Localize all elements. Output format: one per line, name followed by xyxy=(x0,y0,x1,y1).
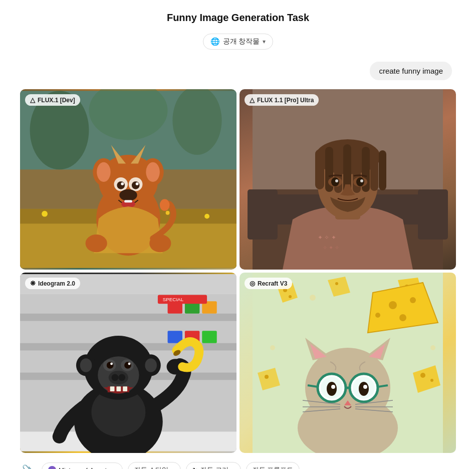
flux-dev-label: FLUX.1 [Dev] xyxy=(38,97,75,104)
image-badge-flux-pro: △ FLUX 1.1 [Pro] Ultra xyxy=(245,94,319,106)
svg-rect-36 xyxy=(248,189,278,240)
ideogram-icon: ❋ xyxy=(30,280,36,287)
agent-label: Mixture-of-Agents xyxy=(59,466,110,470)
svg-point-80 xyxy=(110,363,113,365)
recraft-image xyxy=(240,273,456,453)
svg-point-111 xyxy=(410,297,416,303)
image-cell-flux-pro[interactable]: △ FLUX 1.1 [Pro] Ultra ✦ ✧ ✦ ✧ ✦ ✧ xyxy=(240,89,456,270)
svg-rect-86 xyxy=(110,386,115,391)
svg-point-56 xyxy=(335,179,338,182)
svg-point-104 xyxy=(430,379,433,382)
svg-rect-51 xyxy=(379,150,386,190)
svg-point-55 xyxy=(356,177,364,186)
user-message-bubble: create funny image xyxy=(370,62,452,80)
agent-selector-button[interactable]: Mixture-of-Agents ▾ xyxy=(42,462,123,469)
agent-chevron-icon: ▾ xyxy=(113,466,116,470)
size-selector-button[interactable]: ↻ 자동 크기 ▾ xyxy=(186,462,241,469)
svg-rect-61 xyxy=(20,314,236,321)
image-cell-flux-dev[interactable]: △ FLUX.1 [Dev] xyxy=(20,89,236,270)
chat-area: create funny image xyxy=(20,62,456,80)
svg-point-131 xyxy=(331,385,335,389)
svg-point-103 xyxy=(420,373,425,378)
chevron-down-icon: ▾ xyxy=(263,38,266,45)
svg-point-116 xyxy=(270,345,275,350)
svg-rect-28 xyxy=(124,200,132,202)
svg-rect-69 xyxy=(202,331,216,343)
svg-point-14 xyxy=(97,162,110,182)
svg-text:SPECIAL: SPECIAL xyxy=(163,297,184,302)
public-badge-label: 공개 창작물 xyxy=(223,37,260,46)
svg-point-115 xyxy=(310,295,316,301)
agent-avatar-icon xyxy=(48,466,56,469)
svg-point-8 xyxy=(204,214,209,219)
recraft-icon: ◎ xyxy=(250,280,255,287)
svg-point-29 xyxy=(86,234,107,252)
public-badge-button[interactable]: 🌐 공개 창작물 ▾ xyxy=(203,34,274,50)
svg-point-23 xyxy=(136,182,139,185)
svg-point-106 xyxy=(265,375,269,379)
image-badge-ideogram: ❋ Ideogram 2.0 xyxy=(25,278,80,289)
svg-point-24 xyxy=(119,189,137,201)
flux-pro-label: FLUX 1.1 [Pro] Ultra xyxy=(257,97,314,104)
svg-point-108 xyxy=(335,282,338,285)
svg-text:✧ ✦ ✧: ✧ ✦ ✧ xyxy=(323,245,339,251)
paperclip-icon: 📎 xyxy=(22,464,35,469)
ideogram-image: SPECIAL xyxy=(20,273,236,453)
flux-dev-icon: △ xyxy=(30,96,35,104)
svg-rect-50 xyxy=(370,148,378,191)
page-title: Funny Image Generation Task xyxy=(167,12,309,24)
style-selector-button[interactable]: 자동 스타일 ▾ xyxy=(128,462,181,469)
prompt-selector-button[interactable]: 자동 프롬프트 xyxy=(246,462,300,469)
svg-rect-37 xyxy=(418,189,448,240)
globe-icon: 🌐 xyxy=(210,37,220,46)
size-label: 자동 크기 xyxy=(200,465,228,469)
image-badge-flux-dev: △ FLUX.1 [Dev] xyxy=(25,94,80,106)
svg-text:✦ ✧ ✦: ✦ ✧ ✦ xyxy=(318,234,336,241)
svg-point-132 xyxy=(363,385,367,389)
svg-point-15 xyxy=(146,162,159,182)
svg-point-117 xyxy=(430,345,435,350)
svg-point-130 xyxy=(359,382,369,396)
flux-pro-icon: △ xyxy=(250,96,255,104)
svg-point-129 xyxy=(327,382,337,396)
svg-point-91 xyxy=(80,358,92,372)
svg-point-83 xyxy=(112,374,119,381)
svg-point-31 xyxy=(160,199,170,211)
svg-point-81 xyxy=(128,363,131,365)
flux-pro-image: ✦ ✧ ✦ ✧ ✦ ✧ xyxy=(240,89,456,270)
svg-point-98 xyxy=(289,295,292,298)
svg-point-112 xyxy=(399,314,406,321)
attach-button[interactable]: 📎 xyxy=(20,462,37,469)
svg-point-22 xyxy=(121,182,124,185)
toolbar-row: 📎 Mixture-of-Agents ▾ 자동 스타일 ▾ ↻ 자동 크기 ▾… xyxy=(20,462,456,469)
style-chevron-icon: ▾ xyxy=(171,466,174,470)
prompt-label: 자동 프롬프트 xyxy=(253,465,294,469)
style-label: 자동 스타일 xyxy=(134,465,169,469)
image-cell-ideogram[interactable]: ❋ Ideogram 2.0 xyxy=(20,273,236,453)
images-grid: △ FLUX.1 [Dev] xyxy=(20,89,456,453)
svg-point-21 xyxy=(132,181,140,189)
size-chevron-icon: ▾ xyxy=(231,466,234,470)
svg-point-57 xyxy=(360,179,363,182)
svg-point-78 xyxy=(107,362,114,369)
ideogram-label: Ideogram 2.0 xyxy=(38,280,75,287)
svg-point-9 xyxy=(166,211,170,215)
image-cell-recraft[interactable]: ◎ Recraft V3 xyxy=(240,273,456,453)
svg-rect-44 xyxy=(315,149,324,189)
refresh-icon: ↻ xyxy=(192,466,198,470)
svg-point-110 xyxy=(389,301,397,309)
svg-point-7 xyxy=(42,211,48,217)
bottom-bar: 📎 Mixture-of-Agents ▾ 자동 스타일 ▾ ↻ 자동 크기 ▾… xyxy=(20,462,456,469)
recraft-label: Recraft V3 xyxy=(258,280,287,287)
svg-point-79 xyxy=(124,362,131,369)
svg-point-92 xyxy=(145,358,157,372)
svg-point-20 xyxy=(117,181,125,189)
svg-point-54 xyxy=(331,177,339,186)
flux-dev-image xyxy=(20,89,236,270)
svg-rect-87 xyxy=(116,386,121,391)
svg-point-84 xyxy=(118,374,125,381)
svg-point-113 xyxy=(375,313,380,318)
svg-rect-88 xyxy=(123,386,127,391)
image-badge-recraft: ◎ Recraft V3 xyxy=(245,278,292,289)
